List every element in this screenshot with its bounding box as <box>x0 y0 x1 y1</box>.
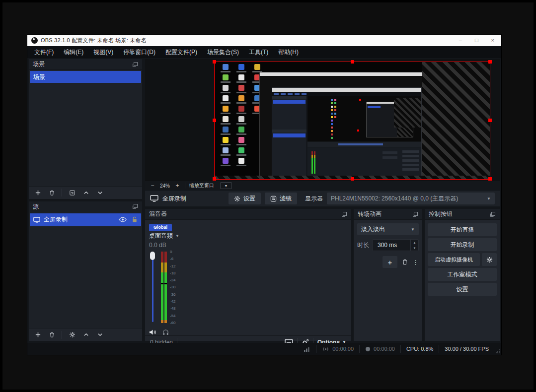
desktop-icon-mini <box>331 99 333 101</box>
desktop-icon-mini <box>331 113 333 115</box>
transition-select[interactable]: 淡入淡出 ▼ <box>357 223 419 235</box>
start-recording-button[interactable]: 开始录制 <box>428 238 497 251</box>
scene-item-label: 场景 <box>33 73 45 81</box>
audio-mixer-dock: 混音器 Global 桌面音频 ▼ 0.0 dB <box>145 209 351 341</box>
menu-item[interactable]: 配置文件(P) <box>160 46 202 58</box>
source-settings-button[interactable]: 设置 <box>229 193 261 204</box>
move-scene-down-button[interactable] <box>94 187 106 198</box>
transition-menu-button[interactable]: ⋮ <box>412 259 419 266</box>
selection-handle[interactable] <box>351 60 354 64</box>
display-selector-dropdown[interactable]: PHL24M1N55002: 2560x1440 @ 0,0 (主显示器) ▼ <box>327 193 495 204</box>
headphones-icon[interactable] <box>162 329 169 335</box>
recursive-meter <box>314 151 315 174</box>
lock-icon[interactable] <box>132 216 138 223</box>
display-capture-icon <box>150 195 158 202</box>
display-selector-label: 显示器 <box>305 195 323 203</box>
dock-popout-icon[interactable] <box>490 211 496 217</box>
mixer-tab-global[interactable]: Global <box>149 224 172 231</box>
window-title: OBS 32.1.0 配置文件: 未命名 场景: 未命名 <box>41 37 147 44</box>
desktop-icon <box>218 106 233 116</box>
desktop-icon <box>218 116 233 126</box>
selection-handle[interactable] <box>213 119 216 122</box>
add-scene-button[interactable] <box>32 187 44 198</box>
menu-item[interactable]: 帮助(H) <box>273 46 304 58</box>
source-item[interactable]: 全屏录制 <box>30 213 141 226</box>
gear-icon <box>234 196 240 202</box>
selection-handle[interactable] <box>213 177 216 181</box>
desktop-icon <box>233 64 249 74</box>
studio-mode-button[interactable]: 工作室模式 <box>428 268 497 281</box>
settings-button[interactable]: 设置 <box>428 283 497 296</box>
start-virtual-camera-button[interactable]: 启动虚拟摄像机 <box>428 253 480 266</box>
desktop-icon-mini <box>331 130 333 132</box>
move-source-up-button[interactable] <box>80 329 92 340</box>
source-filters-button[interactable]: 滤镜 <box>265 193 297 204</box>
menu-item[interactable]: 场景集合(S) <box>202 46 244 58</box>
source-selection-box[interactable] <box>214 62 490 180</box>
source-item-label: 全屏录制 <box>44 215 68 224</box>
selection-handle[interactable] <box>488 119 492 122</box>
mixer-channel-name: 桌面音频 <box>149 232 173 240</box>
duration-value: 300 ms <box>373 240 410 251</box>
menu-item[interactable]: 停靠窗口(D) <box>118 46 160 58</box>
visibility-eye-icon[interactable] <box>119 217 127 222</box>
speaker-icon[interactable] <box>149 329 156 335</box>
menu-item[interactable]: 编辑(E) <box>59 46 88 58</box>
zoom-out-button[interactable]: − <box>149 183 156 189</box>
desktop-icon <box>233 147 249 157</box>
volume-slider[interactable] <box>150 252 155 322</box>
desktop-icon-mini <box>331 123 333 125</box>
recursive-selection-handle <box>359 99 361 101</box>
mixer-channel-selector[interactable]: 桌面音频 ▼ <box>149 232 351 240</box>
zoom-preset-dropdown[interactable]: ▼ <box>220 182 232 189</box>
resize-grip[interactable] <box>496 349 500 353</box>
duration-input[interactable]: 300 ms ▲ ▼ <box>372 239 419 251</box>
remove-source-button[interactable] <box>46 329 58 340</box>
slider-track <box>152 254 153 322</box>
zoom-in-button[interactable]: + <box>174 183 181 189</box>
remove-transition-button[interactable] <box>401 259 408 265</box>
chevron-down-icon: ▼ <box>175 234 179 238</box>
meter-scale: 0-6-12-18-24-30-36-42-48-54-60 <box>170 250 176 325</box>
dock-popout-icon[interactable] <box>412 211 418 217</box>
duration-decrease-button[interactable]: ▼ <box>411 245 418 251</box>
scenes-dock: 场景 场景 <box>29 59 142 199</box>
menu-item[interactable]: 视图(V) <box>88 46 118 58</box>
meter-scale-tick: -48 <box>170 307 176 311</box>
source-properties-button[interactable] <box>66 329 78 340</box>
controls-dock: 控制按钮 开始直播 开始录制 启动虚拟摄像机 <box>425 209 500 341</box>
selection-handle[interactable] <box>488 60 492 64</box>
selection-handle[interactable] <box>488 177 492 181</box>
dock-popout-icon[interactable] <box>132 62 138 67</box>
titlebar[interactable]: OBS 32.1.0 配置文件: 未命名 场景: 未命名 – □ × <box>27 35 501 46</box>
desktop-icon <box>233 158 249 168</box>
dock-popout-icon[interactable] <box>132 203 138 209</box>
menu-item[interactable]: 工具(T) <box>244 46 273 58</box>
desktop-icon-mini <box>334 109 336 111</box>
remove-scene-button[interactable] <box>46 187 58 198</box>
start-streaming-button[interactable]: 开始直播 <box>428 223 497 236</box>
recursive-titlebar <box>260 72 422 76</box>
close-button[interactable]: × <box>491 38 494 43</box>
desktop-icon <box>233 74 249 84</box>
move-source-down-button[interactable] <box>94 329 106 340</box>
move-scene-up-button[interactable] <box>80 187 92 198</box>
mixer-title: 混音器 <box>149 210 167 218</box>
selection-handle[interactable] <box>351 177 354 181</box>
meter-scale-tick: -30 <box>170 285 176 289</box>
scene-filters-button[interactable] <box>66 187 78 198</box>
minimize-button[interactable]: – <box>459 38 462 43</box>
scene-item[interactable]: 场景 <box>30 71 141 83</box>
maximize-button[interactable]: □ <box>475 38 478 43</box>
dock-popout-icon[interactable] <box>341 211 347 217</box>
meter-scale-tick: -24 <box>170 278 176 282</box>
add-source-button[interactable] <box>32 329 44 340</box>
duration-increase-button[interactable]: ▲ <box>411 240 418 245</box>
preview-canvas[interactable] <box>145 59 500 181</box>
slider-thumb[interactable] <box>150 252 155 260</box>
virtual-camera-settings-button[interactable] <box>482 253 497 266</box>
selection-handle[interactable] <box>213 60 216 64</box>
desktop-icon-mini <box>331 109 333 111</box>
add-transition-button[interactable]: + <box>383 256 397 268</box>
menu-item[interactable]: 文件(F) <box>29 46 59 58</box>
